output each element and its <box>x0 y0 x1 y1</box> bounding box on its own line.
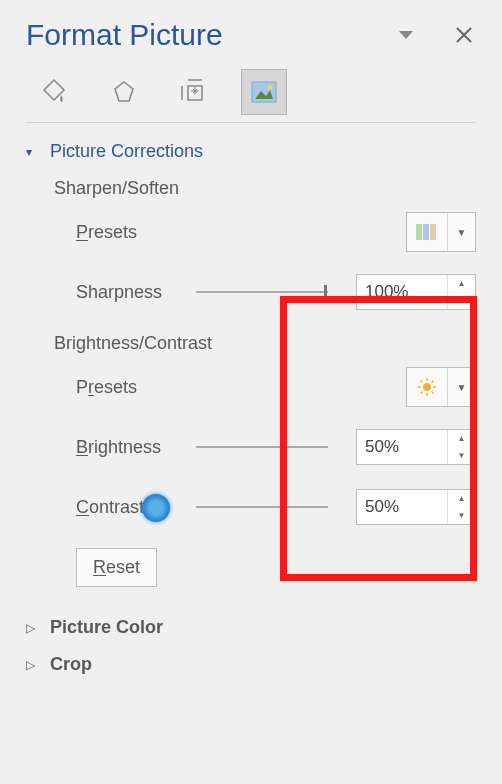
svg-line-19 <box>432 392 434 394</box>
contrast-input[interactable] <box>357 490 447 524</box>
presets-label: Presets <box>76 377 196 398</box>
svg-line-20 <box>421 392 423 394</box>
group-brightness-contrast: Brightness/Contrast <box>54 333 476 354</box>
reset-button[interactable]: Reset <box>76 548 157 587</box>
brightness-input[interactable] <box>357 430 447 464</box>
svg-point-9 <box>268 85 273 90</box>
chevron-down-icon: ▼ <box>447 368 475 406</box>
spin-down-icon[interactable]: ▼ <box>448 507 475 524</box>
tab-picture[interactable] <box>242 70 286 114</box>
presets-label: Presets <box>76 222 196 243</box>
sharpness-label: Sharpness <box>76 282 196 303</box>
sun-icon <box>407 376 447 398</box>
svg-rect-11 <box>423 224 429 240</box>
close-button[interactable] <box>452 23 476 47</box>
brightness-presets-button[interactable]: ▼ <box>406 367 476 407</box>
tab-size[interactable] <box>172 70 216 114</box>
sharpen-presets-button[interactable]: ▼ <box>406 212 476 252</box>
chevron-down-icon: ▼ <box>447 213 475 251</box>
svg-line-18 <box>421 381 423 383</box>
contrast-spinner[interactable]: ▲ ▼ <box>356 489 476 525</box>
sharpness-slider[interactable] <box>196 282 328 302</box>
divider <box>26 122 476 123</box>
contrast-label: Contrast <box>76 497 196 518</box>
spin-up-icon[interactable]: ▲ <box>448 430 475 447</box>
spin-up-icon[interactable]: ▲ <box>448 490 475 507</box>
section-label: Crop <box>50 654 92 675</box>
brightness-spinner[interactable]: ▲ ▼ <box>356 429 476 465</box>
svg-marker-0 <box>399 31 413 39</box>
section-picture-color[interactable]: ▷ Picture Color <box>26 617 476 638</box>
section-label: Picture Color <box>50 617 163 638</box>
spin-up-icon[interactable]: ▲ <box>448 275 475 292</box>
svg-marker-3 <box>115 82 133 101</box>
svg-rect-10 <box>416 224 422 240</box>
group-sharpen-soften: Sharpen/Soften <box>54 178 476 199</box>
panel-options-button[interactable] <box>394 23 418 47</box>
expand-icon: ▷ <box>26 621 44 635</box>
spin-down-icon[interactable]: ▼ <box>448 447 475 464</box>
sharpness-spinner[interactable]: ▲ ▼ <box>356 274 476 310</box>
spin-down-icon[interactable]: ▼ <box>448 292 475 309</box>
svg-line-21 <box>432 381 434 383</box>
tab-fill[interactable] <box>32 70 76 114</box>
tab-effects[interactable] <box>102 70 146 114</box>
presets-gallery-icon <box>407 222 447 242</box>
section-label: Picture Corrections <box>50 141 203 162</box>
expand-icon: ▷ <box>26 658 44 672</box>
svg-rect-12 <box>430 224 436 240</box>
panel-title: Format Picture <box>26 18 360 52</box>
svg-point-13 <box>423 383 431 391</box>
section-picture-corrections[interactable]: ▾ Picture Corrections <box>26 141 476 162</box>
brightness-label: Brightness <box>76 437 196 458</box>
collapse-icon: ▾ <box>26 145 44 159</box>
section-crop[interactable]: ▷ Crop <box>26 654 476 675</box>
brightness-slider[interactable] <box>196 437 328 457</box>
contrast-slider[interactable] <box>196 497 328 517</box>
sharpness-input[interactable] <box>357 275 447 309</box>
